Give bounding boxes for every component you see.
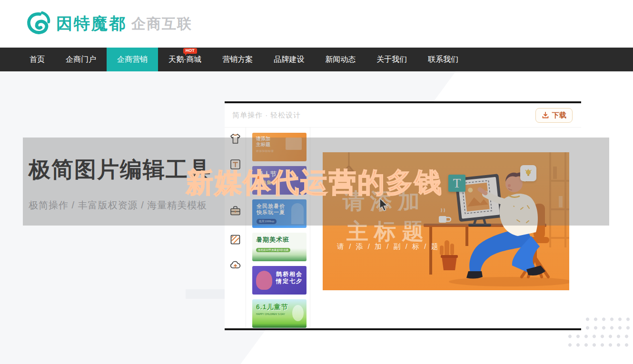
template-thumb-art-class[interactable]: 暑期美术班 报名前10学员享受9折优惠 (252, 233, 307, 261)
dot-pattern (566, 332, 633, 349)
page: 因特魔都 企商互联 首页 企商门户 企商营销 天鹅·商城 HOT 营销方案 品牌… (0, 0, 633, 364)
hero-section: 简单操作 · 轻松设计 下载 (0, 71, 633, 364)
upload-cloud-icon[interactable] (229, 259, 242, 272)
nav-item-marketing[interactable]: 企商营销 (107, 48, 158, 71)
canvas-subtitle: 请 / 添 / 加 / 副 / 标 / 题 (337, 242, 440, 251)
brand-suffix: 企商互联 (131, 14, 192, 34)
nav-item-news[interactable]: 新闻动态 (315, 48, 366, 71)
nav-item-portal[interactable]: 企商门户 (55, 48, 107, 71)
template-thumb-childrens-day[interactable]: 6.1儿童节 HAPPY CHILDREN' S DAY (252, 299, 307, 328)
thumb-text: 暑期美术班 (256, 236, 307, 244)
dot-pattern (584, 315, 633, 332)
download-label: 下载 (552, 111, 566, 120)
download-button[interactable]: 下载 (535, 108, 573, 123)
hero-text: 极简图片编辑工具 极简操作 / 丰富版权资源 / 海量精美模板 (29, 155, 211, 212)
hero-subtitle: 极简操作 / 丰富版权资源 / 海量精美模板 (29, 199, 211, 212)
brand-name: 因特魔都 (56, 13, 127, 35)
nav-item-about[interactable]: 关于我们 (366, 48, 417, 71)
thumb-text: 情定七夕 (252, 278, 303, 285)
brand-logo-icon (25, 10, 52, 38)
nav-item-solutions[interactable]: 营销方案 (212, 48, 263, 71)
nav-item-mall[interactable]: 天鹅·商城 HOT (158, 48, 212, 71)
watermark-text: 新媒体代运营的多钱 (186, 165, 443, 201)
download-icon (542, 111, 549, 119)
main-nav: 首页 企商门户 企商营销 天鹅·商城 HOT 营销方案 品牌建设 新闻动态 关于… (0, 48, 633, 71)
editor-tagline: 简单操作 · 轻松设计 (232, 111, 301, 120)
template-thumb-qixi[interactable]: 鹊桥相会 情定七夕 (252, 266, 307, 295)
nav-item-home[interactable]: 首页 (19, 48, 55, 71)
pattern-icon[interactable] (229, 233, 242, 246)
editor-header: 简单操作 · 轻松设计 下载 (225, 103, 581, 128)
hero-title: 极简图片编辑工具 (29, 155, 211, 185)
nav-item-branding[interactable]: 品牌建设 (263, 48, 315, 71)
thumb-text: 6.1儿童节 (256, 303, 307, 312)
site-header: 因特魔都 企商互联 (0, 0, 633, 48)
brand-logo[interactable]: 因特魔都 企商互联 (25, 10, 192, 38)
nav-item-contact[interactable]: 联系我们 (417, 48, 469, 71)
hot-badge: HOT (183, 48, 197, 54)
thumb-text: 报名前10学员享受9折优惠 (256, 248, 290, 252)
nav-item-mall-label: 天鹅·商城 (168, 55, 201, 65)
thumb-text: 鹊桥相会 (252, 271, 303, 278)
thumb-text: HAPPY CHILDREN' S DAY (256, 313, 307, 315)
